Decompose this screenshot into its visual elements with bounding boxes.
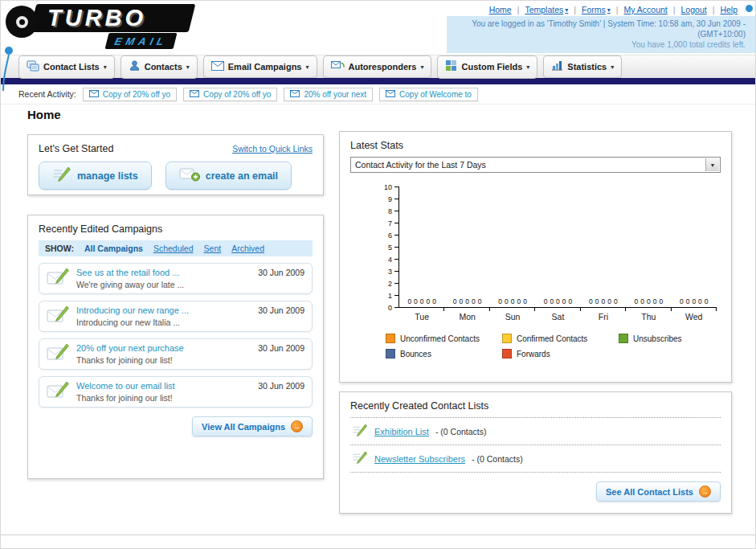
y-tick-label: 9 [388, 195, 392, 203]
x-tick-mark [672, 308, 717, 311]
logo-tail-decoration [1, 44, 17, 92]
tab-contact-lists[interactable]: Contact Lists ▾ [18, 55, 115, 79]
tab-autoresponders[interactable]: Autoresponders ▾ [323, 55, 432, 78]
chart-value: 0 [595, 297, 599, 305]
view-all-campaigns-button[interactable]: View All Campaigns → [192, 416, 313, 436]
create-email-button[interactable]: create an email [166, 162, 292, 190]
header: TURBO EMAIL Home| Templates▾| Forms▾| My… [1, 1, 755, 55]
chart-value-group: 00000 [535, 297, 580, 305]
campaign-subtitle: We're giving away our late ... [76, 280, 184, 289]
login-status-text: You are logged in as 'Timothy Smith' | S… [453, 18, 746, 39]
campaign-title-link[interactable]: Welcome to our email list [76, 381, 175, 391]
recent-activity-item[interactable]: Copy of Welcome to [379, 88, 478, 101]
legend-label: Forwards [517, 350, 550, 358]
legend-swatch [502, 349, 512, 358]
latest-stats-title: Latest Stats [350, 140, 721, 151]
chevron-down-icon: ▾ [607, 6, 611, 14]
chart-value-group: 00000 [626, 297, 671, 305]
legend-item: Unconfirmed Contacts [386, 334, 502, 343]
recent-activity-item[interactable]: Copy of 20% off yo [83, 88, 177, 101]
tab-custom-fields[interactable]: Custom Fields ▾ [437, 55, 537, 79]
nav-separator: | [713, 5, 715, 14]
contact-list-link[interactable]: Newsletter Subscribers [374, 454, 465, 464]
chart-value: 0 [705, 297, 709, 305]
tab-label: Contact Lists [43, 62, 100, 72]
chevron-down-icon: ▾ [104, 64, 107, 71]
nav-link-templates[interactable]: Templates▾ [525, 5, 568, 14]
see-all-contact-lists-button[interactable]: See All Contact Lists → [596, 481, 721, 502]
filter-all-campaigns[interactable]: All Campaigns [84, 244, 143, 253]
nav-link-help[interactable]: Help [720, 5, 738, 14]
switch-quick-links-link[interactable]: Switch to Quick Links [232, 144, 313, 154]
campaign-title-link[interactable]: Introducing our new range ... [76, 305, 189, 315]
legend-item: Unsubscribes [619, 334, 735, 343]
legend-swatch [502, 334, 512, 343]
filter-sent[interactable]: Sent [204, 244, 222, 253]
campaign-row[interactable]: See us at the retail food ... We're givi… [39, 263, 313, 294]
get-started-title: Let's Get Started [39, 143, 113, 154]
chart-value: 0 [562, 297, 566, 305]
recent-activity-text: 20% off your next [304, 90, 366, 99]
contact-lists-title: Recently Created Contact Lists [350, 400, 721, 412]
tab-statistics[interactable]: Statistics ▾ [543, 55, 622, 78]
nav-link-label: Home [489, 5, 512, 14]
logo-email-strip: EMAIL [105, 33, 178, 49]
logo-swirl-icon [6, 6, 38, 38]
filter-scheduled[interactable]: Scheduled [153, 244, 194, 253]
chart-value: 0 [407, 297, 411, 305]
recent-activity-item[interactable]: 20% off your next [284, 88, 373, 101]
nav-separator: | [574, 5, 576, 14]
footer-divider [1, 535, 755, 535]
campaign-date: 30 Jun 2009 [258, 343, 304, 353]
page-title: Home [27, 108, 61, 121]
envelope-plus-icon [179, 167, 200, 184]
navy-divider-bar [1, 78, 755, 84]
pencil-icon [352, 424, 368, 439]
tab-contacts[interactable]: Contacts ▾ [121, 55, 198, 79]
contact-list-link[interactable]: Exhibition List [374, 427, 429, 436]
tab-email-campaigns[interactable]: Email Campaigns ▾ [203, 55, 317, 78]
campaign-title-link[interactable]: 20% off your next purchase [76, 343, 184, 353]
nav-link-forms[interactable]: Forms▾ [582, 5, 611, 14]
y-tick-label: 0 [388, 304, 392, 312]
session-info: You are logged in as 'Timothy Smith' | S… [447, 16, 755, 53]
nav-link-my-account[interactable]: My Account [624, 5, 668, 14]
chart-value-group: 00000 [581, 297, 626, 305]
campaign-row[interactable]: Introducing our new range ... Introducin… [39, 301, 313, 332]
filter-archived[interactable]: Archived [231, 244, 264, 253]
legend-item: Forwards [502, 349, 619, 358]
legend-label: Unsubscribes [633, 334, 682, 343]
x-tick-mark [581, 308, 626, 311]
campaign-title-link[interactable]: See us at the retail food ... [76, 268, 184, 277]
contact-activity-chart: 012345678910 000000000000000000000000000… [378, 186, 721, 322]
top-nav: Home| Templates▾| Forms▾| My Account| Lo… [489, 5, 738, 14]
chart-value: 0 [478, 297, 482, 305]
contact-list-count: - (0 Contacts) [472, 454, 523, 464]
campaign-row[interactable]: Welcome to our email list Thanks for joi… [39, 376, 313, 408]
contact-list-count: - (0 Contacts) [435, 427, 487, 436]
chevron-down-icon: ▾ [611, 64, 614, 71]
chevron-down-icon: ▾ [565, 6, 568, 14]
campaign-subtitle: Thanks for joining our list! [76, 393, 175, 403]
chart-value-group: 00000 [490, 297, 535, 305]
stats-period-select[interactable]: Contact Activity for the Last 7 Days ▼ [350, 157, 721, 173]
y-tick-label: 8 [388, 207, 392, 215]
chart-value-group: 00000 [444, 297, 489, 305]
contact-list-row: Exhibition List - (0 Contacts) [350, 418, 721, 445]
nav-link-label: My Account [624, 5, 668, 14]
chart-value: 0 [498, 297, 502, 305]
legend-label: Unconfirmed Contacts [400, 334, 480, 343]
chevron-down-icon: ▾ [526, 64, 529, 71]
x-axis-label: Thu [626, 312, 671, 322]
recent-activity-item[interactable]: Copy of 20% off yo [183, 88, 277, 101]
campaign-row[interactable]: 20% off your next purchase Thanks for jo… [39, 338, 313, 370]
chart-value: 0 [659, 297, 663, 305]
nav-link-home[interactable]: Home [489, 5, 512, 14]
manage-lists-button[interactable]: manage lists [39, 162, 152, 190]
chart-plot-area: 00000000000000000000000000000000000 TueM… [398, 186, 717, 322]
chart-value-group: 00000 [399, 297, 444, 305]
chart-value: 0 [517, 297, 521, 305]
nav-link-logout[interactable]: Logout [681, 5, 707, 14]
chart-value: 0 [653, 297, 657, 305]
credits-text: You have 1,000 total credits left. [453, 39, 746, 50]
